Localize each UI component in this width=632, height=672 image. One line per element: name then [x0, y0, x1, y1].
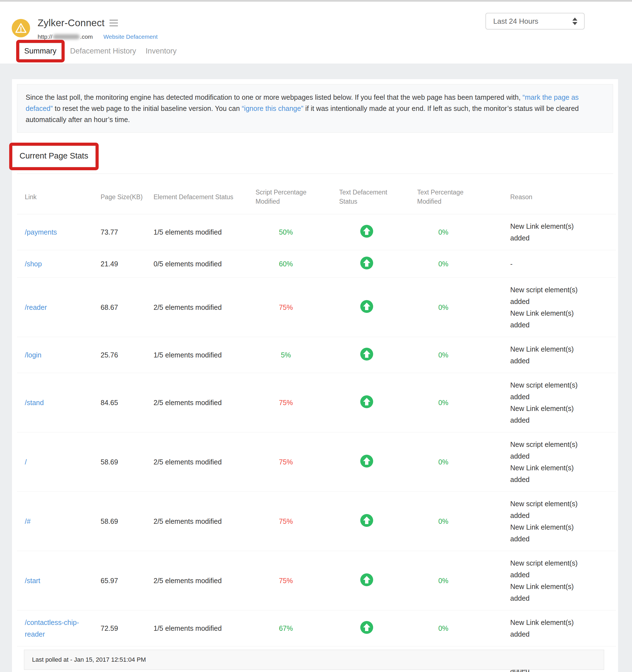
- reason-cell: New script element(s) addedNew Link elem…: [482, 278, 616, 337]
- reason-line: New Link element(s) added: [510, 307, 594, 331]
- page-link[interactable]: /reader: [25, 304, 47, 311]
- table-row: /payments 73.77 1/5 elements modified 50…: [17, 214, 616, 250]
- table-row: /reader 68.67 2/5 elements modified 75% …: [17, 278, 616, 337]
- page-size-value: 58.69: [100, 492, 154, 551]
- page-link[interactable]: /start: [25, 577, 40, 584]
- last-polled-status: Last polled at - Jan 15, 2017 12:51:04 P…: [24, 650, 604, 670]
- reason-cell: New script element(s) addedNew Link elem…: [482, 373, 616, 432]
- text-percentage-value: 0%: [407, 278, 482, 337]
- monitor-url-suffix: .com: [80, 33, 93, 40]
- reason-line: New script element(s) added: [510, 557, 594, 581]
- monitor-title: Zylker-Connect: [38, 17, 104, 28]
- script-percentage-value: 75%: [245, 432, 329, 492]
- redacted-url-text: [53, 34, 80, 39]
- arrow-up-circle-icon: [360, 395, 373, 408]
- reason-line: New script element(s) added: [510, 379, 594, 403]
- element-defacement-status: 2/5 elements modified: [154, 278, 245, 337]
- ignore-change-link[interactable]: “ignore this change”: [242, 104, 303, 112]
- banner-text: to reset the web page to the initial bas…: [53, 104, 241, 112]
- banner-text: Since the last poll, the monitoring engi…: [26, 93, 522, 101]
- script-percentage-value: 75%: [245, 551, 329, 610]
- column-header-link: Link: [17, 178, 100, 214]
- text-percentage-value: 0%: [407, 610, 482, 646]
- time-range-value: Last 24 Hours: [493, 17, 572, 26]
- reason-line: New Link element(s) added: [510, 462, 594, 485]
- page-link[interactable]: /payments: [25, 228, 57, 236]
- table-row: /login 25.76 1/5 elements modified 5% 0%…: [17, 337, 616, 373]
- monitor-url-prefix: http://: [38, 33, 52, 40]
- section-title: Current Page Stats: [20, 151, 88, 160]
- arrow-up-circle-icon: [360, 224, 373, 238]
- hamburger-menu-icon[interactable]: [110, 20, 118, 26]
- reason-line: New Link element(s) added: [510, 581, 594, 604]
- reason-line: New Link element(s) added: [510, 521, 594, 545]
- element-defacement-status: 1/5 elements modified: [154, 337, 245, 373]
- arrow-up-circle-icon: [360, 573, 373, 586]
- reason-cell: -: [482, 250, 616, 278]
- reason-cell: New Link element(s) added: [482, 214, 616, 250]
- table-row: /stand 84.65 2/5 elements modified 75% 0…: [17, 373, 616, 432]
- page-size-value: 21.49: [100, 250, 154, 278]
- page-link[interactable]: /login: [25, 351, 42, 359]
- text-percentage-value: 0%: [407, 373, 482, 432]
- content-area: Since the last poll, the monitoring engi…: [0, 64, 632, 672]
- tab-bar: Summary Defacement History Inventory: [12, 40, 632, 62]
- script-percentage-value: 67%: [245, 610, 329, 646]
- tab-summary[interactable]: Summary: [24, 47, 56, 55]
- tab-defacement-history[interactable]: Defacement History: [70, 47, 136, 55]
- reason-cell: New script element(s) addedNew Link elem…: [482, 551, 616, 610]
- reason-line: New script element(s) added: [510, 284, 594, 307]
- page-size-value: 84.65: [100, 373, 154, 432]
- table-row: /shop 21.49 0/5 elements modified 60% 0%…: [17, 250, 616, 278]
- page-link[interactable]: /shop: [25, 260, 42, 268]
- text-percentage-value: 0%: [407, 214, 482, 250]
- defacement-info-banner: Since the last poll, the monitoring engi…: [17, 84, 613, 133]
- script-percentage-value: 50%: [245, 214, 329, 250]
- page-size-value: 25.76: [100, 337, 154, 373]
- element-defacement-status: 2/5 elements modified: [154, 373, 245, 432]
- text-percentage-value: 0%: [407, 250, 482, 278]
- arrow-up-circle-icon: [360, 454, 373, 468]
- column-header-page-size: Page Size(KB): [100, 178, 154, 214]
- reason-cell: New script element(s) addedNew Link elem…: [482, 492, 616, 551]
- page-size-value: 73.77: [100, 214, 154, 250]
- page-link[interactable]: /stand: [25, 399, 44, 407]
- annotation-box-current-page-stats: Current Page Stats: [9, 143, 99, 170]
- page-link[interactable]: /: [25, 458, 27, 466]
- page-size-value: 72.59: [100, 610, 154, 646]
- page-size-value: 58.69: [100, 432, 154, 492]
- element-defacement-status: 2/5 elements modified: [154, 492, 245, 551]
- element-defacement-status: 0/5 elements modified: [154, 250, 245, 278]
- column-header-script-percentage: Script Percentage Modified: [245, 178, 329, 214]
- arrow-up-circle-icon: [360, 347, 373, 361]
- table-row: /# 58.69 2/5 elements modified 75% 0% Ne…: [17, 492, 616, 551]
- arrow-up-circle-icon: [360, 621, 373, 634]
- arrow-up-circle-icon: [360, 256, 373, 270]
- element-defacement-status: 1/5 elements modified: [154, 214, 245, 250]
- page-stats-table: Link Page Size(KB) Element Defacement St…: [17, 178, 616, 672]
- stats-section-header: Current Page Stats: [17, 147, 613, 174]
- reason-cell: New Link element(s) added: [482, 610, 616, 646]
- text-percentage-value: 0%: [407, 337, 482, 373]
- website-defacement-link[interactable]: Website Defacement: [103, 33, 158, 40]
- script-percentage-value: 75%: [245, 492, 329, 551]
- column-header-text-defacement: Text Defacement Status: [329, 178, 407, 214]
- time-range-select[interactable]: Last 24 Hours: [486, 13, 585, 29]
- column-header-element-defacement: Element Defacement Status: [154, 178, 245, 214]
- column-header-text-percentage: Text Percentage Modified: [407, 178, 482, 214]
- reason-line: New Link element(s) added: [510, 403, 594, 426]
- element-defacement-status: 1/5 elements modified: [154, 610, 245, 646]
- table-row: /contactless-chip-reader 72.59 1/5 eleme…: [17, 610, 616, 646]
- reason-line: New Link element(s) added: [510, 343, 594, 367]
- script-percentage-value: 75%: [245, 278, 329, 337]
- script-percentage-value: 75%: [245, 373, 329, 432]
- tab-inventory[interactable]: Inventory: [146, 47, 177, 55]
- script-percentage-value: 60%: [245, 250, 329, 278]
- page-size-value: 65.97: [100, 551, 154, 610]
- select-spinner-icon: [572, 18, 577, 25]
- page-link[interactable]: /contactless-chip-reader: [25, 619, 79, 638]
- page-link[interactable]: /#: [25, 518, 31, 525]
- script-percentage-value: 5%: [245, 337, 329, 373]
- annotation-box-summary: Summary: [16, 40, 65, 63]
- table-row: / 58.69 2/5 elements modified 75% 0% New…: [17, 432, 616, 492]
